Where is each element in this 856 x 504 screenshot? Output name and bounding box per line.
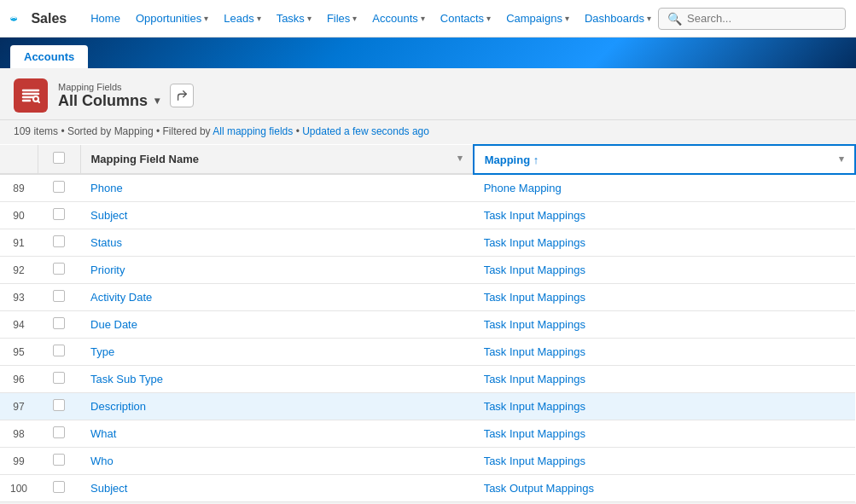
field-name-link[interactable]: Task Sub Type	[90, 373, 163, 385]
field-name-header[interactable]: Mapping Field Name ▾	[80, 145, 474, 174]
mapping-cell: Task Input Mappings	[474, 229, 855, 257]
row-checkbox-cell[interactable]	[38, 284, 80, 311]
field-name-link[interactable]: Who	[90, 455, 114, 467]
row-checkbox[interactable]	[53, 372, 65, 384]
mapping-header[interactable]: Mapping ↑ ▾	[474, 145, 855, 174]
mapping-cell: Task Input Mappings	[474, 448, 855, 475]
table-row: 99 Who Task Input Mappings	[0, 448, 855, 475]
mapping-link[interactable]: Task Input Mappings	[484, 373, 585, 385]
row-checkbox[interactable]	[53, 290, 65, 302]
top-navigation: ●●● Sales Home Opportunities ▾ Leads ▾ T…	[0, 0, 856, 38]
field-name-link[interactable]: Subject	[90, 209, 127, 222]
mapping-link[interactable]: Task Input Mappings	[484, 345, 585, 358]
row-checkbox[interactable]	[53, 263, 65, 275]
row-checkbox-cell[interactable]	[38, 311, 80, 339]
filter-link[interactable]: All mapping fields	[213, 125, 293, 137]
search-input[interactable]	[687, 12, 836, 25]
mapping-cell: Task Input Mappings	[474, 393, 855, 420]
table-row: 90 Subject Task Input Mappings	[0, 202, 855, 229]
nav-item-files[interactable]: Files ▾	[320, 0, 364, 38]
mapping-cell: Task Input Mappings	[474, 202, 855, 229]
row-checkbox-cell[interactable]	[38, 229, 80, 257]
nav-item-leads[interactable]: Leads ▾	[217, 0, 267, 38]
sub-navigation: Accounts	[0, 38, 856, 68]
mapping-link[interactable]: Phone Mapping	[484, 182, 562, 194]
row-number: 96	[0, 366, 38, 393]
mapping-link[interactable]: Task Output Mappings	[484, 482, 594, 495]
field-name-link[interactable]: What	[90, 427, 116, 440]
accounts-tab[interactable]: Accounts	[10, 45, 88, 68]
chevron-down-icon: ▾	[565, 14, 569, 23]
select-all-checkbox[interactable]	[53, 152, 65, 164]
mapping-link[interactable]: Task Input Mappings	[484, 209, 585, 222]
row-checkbox[interactable]	[53, 399, 65, 411]
table-row: 98 What Task Input Mappings	[0, 420, 855, 448]
row-number: 98	[0, 420, 38, 448]
row-checkbox[interactable]	[53, 208, 65, 220]
row-checkbox-cell[interactable]	[38, 366, 80, 393]
mapping-link[interactable]: Task Input Mappings	[484, 400, 585, 413]
field-name-cell: Who	[80, 448, 474, 475]
nav-item-opportunities[interactable]: Opportunities ▾	[129, 0, 215, 38]
field-name-cell: Status	[80, 229, 474, 257]
mapping-link[interactable]: Task Input Mappings	[484, 291, 585, 304]
row-checkbox-cell[interactable]	[38, 174, 80, 202]
table-row: 89 Phone Phone Mapping	[0, 174, 855, 202]
chevron-down-icon: ▾	[257, 14, 261, 23]
field-name-link[interactable]: Activity Date	[90, 291, 152, 304]
row-checkbox[interactable]	[53, 181, 65, 193]
row-checkbox[interactable]	[53, 235, 65, 247]
row-checkbox-cell[interactable]	[38, 339, 80, 366]
field-name-cell: Type	[80, 339, 474, 366]
row-checkbox-cell[interactable]	[38, 393, 80, 420]
nav-item-home[interactable]: Home	[84, 0, 127, 38]
field-name-link[interactable]: Phone	[90, 182, 123, 194]
mapping-cell: Task Input Mappings	[474, 366, 855, 393]
nav-item-dashboards[interactable]: Dashboards ▾	[578, 0, 658, 38]
table-header-row: Mapping Field Name ▾ Mapping ↑ ▾	[0, 145, 855, 174]
sorted-by: Mapping	[114, 125, 154, 137]
row-checkbox[interactable]	[53, 345, 65, 356]
chevron-down-icon: ▾	[647, 14, 651, 23]
field-name-link[interactable]: Due Date	[90, 318, 137, 331]
field-name-link[interactable]: Description	[90, 400, 146, 413]
table-row: 95 Type Task Input Mappings	[0, 339, 855, 366]
share-button[interactable]	[170, 84, 194, 107]
row-checkbox-cell[interactable]	[38, 475, 80, 502]
row-checkbox[interactable]	[53, 481, 65, 493]
row-checkbox-cell[interactable]	[38, 257, 80, 284]
mapping-link[interactable]: Task Input Mappings	[484, 455, 585, 467]
mapping-cell: Task Input Mappings	[474, 311, 855, 339]
row-checkbox[interactable]	[53, 454, 65, 466]
mapping-link[interactable]: Task Input Mappings	[484, 427, 585, 440]
row-checkbox-cell[interactable]	[38, 448, 80, 475]
row-number: 90	[0, 202, 38, 229]
row-checkbox[interactable]	[53, 426, 65, 438]
updated-label: Updated a few seconds ago	[302, 125, 429, 137]
svg-line-7	[38, 101, 39, 102]
nav-item-campaigns[interactable]: Campaigns ▾	[499, 0, 576, 38]
field-name-link[interactable]: Type	[90, 345, 114, 358]
field-name-link[interactable]: Status	[90, 236, 122, 249]
mapping-link[interactable]: Task Input Mappings	[484, 236, 585, 249]
row-checkbox[interactable]	[53, 317, 65, 329]
dropdown-icon[interactable]: ▾	[154, 95, 160, 107]
mapping-link[interactable]: Task Input Mappings	[484, 318, 585, 331]
table-row: 100 Subject Task Output Mappings	[0, 475, 855, 502]
nav-item-contacts[interactable]: Contacts ▾	[434, 0, 498, 38]
field-name-link[interactable]: Subject	[90, 482, 127, 495]
row-checkbox-cell[interactable]	[38, 420, 80, 448]
chevron-down-icon: ▾	[421, 14, 425, 23]
row-number: 93	[0, 284, 38, 311]
field-name-cell: Subject	[80, 202, 474, 229]
chevron-down-icon: ▾	[457, 153, 463, 164]
checkbox-header[interactable]	[38, 145, 80, 174]
chevron-down-icon: ▾	[839, 154, 844, 165]
row-number: 91	[0, 229, 38, 257]
nav-item-accounts[interactable]: Accounts ▾	[365, 0, 431, 38]
search-box[interactable]: 🔍	[658, 8, 846, 30]
field-name-link[interactable]: Priority	[90, 264, 125, 276]
nav-item-tasks[interactable]: Tasks ▾	[270, 0, 318, 38]
mapping-link[interactable]: Task Input Mappings	[484, 264, 585, 276]
row-checkbox-cell[interactable]	[38, 202, 80, 229]
